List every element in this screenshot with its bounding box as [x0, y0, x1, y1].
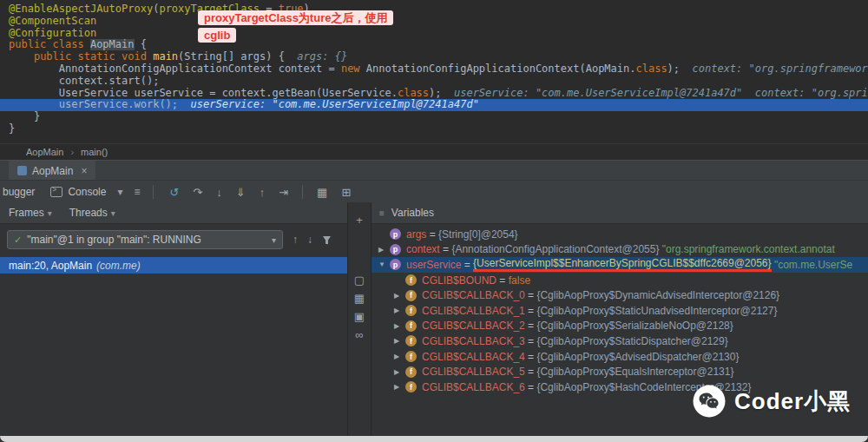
expand-icon[interactable]: ▶ — [378, 246, 390, 254]
callout-line-1: proxyTargetClass为ture之后，使用 — [198, 10, 393, 25]
watermark: Coder小黑 — [693, 385, 851, 418]
force-step-into-icon[interactable]: ⇓ — [236, 187, 246, 198]
breadcrumb-item-method[interactable]: main() — [81, 147, 108, 157]
code-line[interactable]: public class AopMain { — [0, 39, 868, 51]
frame-package: (com.me) — [96, 260, 141, 272]
code-line[interactable]: @Configuration — [0, 28, 868, 40]
debug-session-tab[interactable]: AopMain × — [9, 161, 95, 181]
copy-icon[interactable]: ▣ — [354, 307, 365, 326]
equals-sign: = — [525, 305, 537, 317]
close-tab-icon[interactable]: × — [81, 165, 87, 177]
code-token: @Configuration — [9, 28, 96, 39]
tab-console[interactable]: Console — [50, 186, 106, 198]
variable-row[interactable]: fCGLIB$BOUND = false — [372, 273, 868, 288]
tab-threads[interactable]: Threads ▾ — [69, 207, 115, 219]
frames-options-icon: ▾ — [48, 208, 52, 218]
filter-icon[interactable] — [322, 235, 332, 245]
variable-name: args — [406, 228, 426, 241]
variable-row[interactable]: pargs = {String[0]@2054} — [372, 227, 868, 242]
variable-row[interactable]: ▶fCGLIB$CALLBACK_1 = {CglibAopProxy$Stat… — [372, 303, 868, 319]
code-token: context: "org.springframework.context.an… — [680, 63, 868, 75]
thread-selector[interactable]: ✓ "main"@1 in group "main": RUNNING ▾ — [7, 230, 283, 249]
code-token: AnnotationConfigApplicationContext conte… — [9, 63, 341, 75]
parameter-icon: p — [390, 259, 401, 270]
add-watch-icon[interactable]: + — [356, 211, 363, 229]
step-over-icon[interactable]: ↷ — [193, 187, 202, 198]
grid-icon[interactable]: ▦ — [354, 289, 365, 307]
variable-value: {CglibAopProxy$StaticUnadvisedIntercepto… — [536, 305, 777, 317]
monitor-icon[interactable]: ▢ — [354, 271, 365, 289]
equals-sign: = — [525, 381, 537, 393]
expand-icon[interactable]: ▶ — [394, 337, 405, 345]
code-line[interactable]: } — [0, 111, 868, 123]
frames-panel: Frames ▾ Threads ▾ ✓ "main"@1 in group "… — [0, 202, 348, 442]
variable-row[interactable]: ▶fCGLIB$CALLBACK_5 = {CglibAopProxy$Equa… — [372, 364, 868, 379]
layout-menu-icon[interactable]: ≡ — [134, 186, 140, 198]
expand-icon[interactable]: ▶ — [394, 307, 405, 314]
equals-sign: = — [426, 228, 438, 241]
layout-grid-icon[interactable]: ▦ — [317, 187, 327, 198]
field-icon: f — [405, 305, 417, 316]
variable-row[interactable]: ▶fCGLIB$CALLBACK_3 = {CglibAopProxy$Stat… — [372, 333, 868, 349]
code-token: new — [341, 63, 360, 75]
code-token: public class — [9, 39, 90, 50]
code-line[interactable]: @ComponentScan — [0, 16, 868, 28]
code-token: @ComponentScan — [9, 16, 96, 27]
collapse-icon[interactable]: ▼ — [378, 261, 390, 268]
step-into-icon[interactable]: ↓ — [216, 187, 222, 198]
code-line[interactable]: public static void main(String[] args) {… — [0, 51, 868, 63]
rerun-icon[interactable]: ↺ — [169, 187, 179, 198]
code-line[interactable]: context.start(); — [0, 76, 868, 88]
console-options-icon[interactable]: ▾ — [117, 186, 122, 198]
code-token: userService.work(); — [9, 99, 178, 110]
stack-frame-row[interactable]: main:20, AopMain (com.me) — [0, 257, 347, 274]
step-out-icon[interactable]: ↑ — [260, 187, 266, 198]
tab-debugger[interactable]: bugger — [3, 186, 35, 198]
code-token: ); — [429, 88, 441, 99]
variables-menu-icon[interactable]: ≡ — [379, 208, 385, 218]
variable-value: {CglibAopProxy$EqualsInterceptor@2131} — [536, 366, 733, 378]
variables-rows: pargs = {String[0]@2054}▶pcontext = {Ann… — [372, 224, 868, 395]
expand-icon[interactable]: ▶ — [394, 383, 405, 391]
code-token: args: {} — [285, 51, 347, 63]
code-token: } — [9, 123, 15, 135]
next-frame-icon[interactable]: ↓ — [307, 234, 312, 246]
expand-icon[interactable]: ▶ — [394, 353, 405, 360]
code-line[interactable]: } — [0, 123, 868, 135]
current-execution-line[interactable]: userService.work(); userService: "com.me… — [0, 99, 868, 111]
watermark-text: Coder小黑 — [734, 386, 851, 417]
equals-sign: = — [496, 274, 509, 287]
run-to-cursor-icon[interactable]: ⇥ — [279, 187, 288, 198]
field-icon: f — [405, 381, 417, 393]
expand-icon[interactable]: ▶ — [394, 322, 405, 330]
dropdown-arrow-icon[interactable]: ▾ — [272, 235, 276, 245]
expand-icon[interactable]: ▶ — [394, 292, 405, 300]
variable-row[interactable]: ▶pcontext = {AnnotationConfigApplication… — [372, 242, 868, 258]
watch-icon[interactable]: ∞ — [355, 326, 363, 344]
field-icon: f — [405, 274, 417, 286]
code-line[interactable]: AnnotationConfigApplicationContext conte… — [0, 63, 868, 76]
breadcrumb-item-class[interactable]: AopMain — [26, 147, 63, 157]
tab-frames[interactable]: Frames ▾ — [9, 207, 52, 219]
code-line[interactable]: @EnableAspectJAutoProxy(proxyTargetClass… — [0, 3, 868, 16]
previous-frame-icon[interactable]: ↑ — [293, 234, 298, 246]
code-token: public static void — [34, 51, 153, 63]
toolbar-separator — [302, 185, 303, 199]
code-line[interactable]: UserService userService = context.getBea… — [0, 88, 868, 100]
code-editor[interactable]: @EnableAspectJAutoProxy(proxyTargetClass… — [0, 0, 868, 143]
code-token: } — [9, 111, 40, 122]
check-icon: ✓ — [14, 234, 22, 246]
frames-panel-header: Frames ▾ Threads ▾ — [0, 202, 347, 224]
variable-row[interactable]: ▼puserService = {UserServiceImpl$$Enhanc… — [372, 257, 868, 273]
variable-value: {CglibAopProxy$AdvisedDispatcher@2130} — [536, 351, 739, 363]
variable-value: {UserServiceImpl$$EnhancerBySpringCGLIB$… — [473, 257, 772, 272]
variable-row[interactable]: ▶fCGLIB$CALLBACK_2 = {CglibAopProxy$Seri… — [372, 319, 868, 334]
code-token: userService: "com.me.UserServiceImpl@724… — [442, 88, 743, 99]
expand-icon[interactable]: ▶ — [394, 368, 405, 376]
variable-row[interactable]: ▶fCGLIB$CALLBACK_0 = {CglibAopProxy$Dyna… — [372, 287, 868, 303]
debug-tab-bar: AopMain × — [0, 160, 868, 181]
debugger-toolbar: bugger Console ▾ ≡ ↺↷↓⇓↑⇥▦⊞ — [0, 180, 868, 204]
toolbar-divider — [153, 185, 154, 199]
restore-layout-icon[interactable]: ⊞ — [341, 187, 351, 198]
variable-row[interactable]: ▶fCGLIB$CALLBACK_4 = {CglibAopProxy$Advi… — [372, 349, 868, 365]
